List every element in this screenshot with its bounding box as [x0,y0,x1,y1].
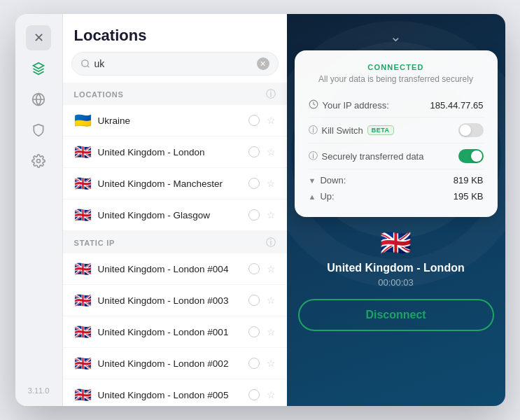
kill-switch-label: Kill Switch [322,125,363,136]
ip-icon [309,99,318,111]
radio-button[interactable] [248,146,260,158]
uk-flag: 🇬🇧 [74,260,91,277]
security-icon[interactable] [26,118,51,143]
secure-transfer-toggle[interactable] [458,149,484,163]
location-name: United Kingdom - London #004 [98,264,241,274]
radio-button[interactable] [248,389,260,400]
locations-panel: Locations ✕ LOCATIONS ⓘ 🇺🇦 Ukraine ☆ [63,14,287,406]
connection-status: CONNECTED [309,63,484,71]
search-input[interactable] [94,58,257,69]
list-item[interactable]: 🇬🇧 United Kingdom - Glasgow ☆ [63,200,287,231]
location-name: Ukraine [98,115,241,126]
panel-title: Locations [63,14,287,52]
up-label: Up: [320,191,334,202]
locations-section-label: LOCATIONS [74,90,124,99]
search-icon [80,59,90,69]
uk-flag: 🇬🇧 [74,144,91,160]
list-item[interactable]: 🇬🇧 United Kingdom - London #004 ☆ [63,253,287,285]
connected-flag: 🇬🇧 [327,228,464,258]
uk-flag: 🇬🇧 [74,175,91,192]
location-name: United Kingdom - London #002 [98,358,241,369]
list-item[interactable]: 🇬🇧 United Kingdom - London #001 ☆ [63,316,287,348]
down-value: 819 KB [454,175,484,186]
connected-location: 🇬🇧 United Kingdom - London 00:00:03 [327,228,464,288]
toggle-knob [471,150,482,162]
list-item[interactable]: 🇬🇧 United Kingdom - London #005 ☆ [63,379,287,406]
upload-row: ▲ Up: 195 KB [309,188,484,204]
favorite-icon[interactable]: ☆ [267,263,276,274]
static-ip-info-icon[interactable]: ⓘ [266,237,276,249]
radio-button[interactable] [248,295,260,306]
locations-list: LOCATIONS ⓘ 🇺🇦 Ukraine ☆ 🇬🇧 United Kingd… [63,83,287,406]
favorite-icon[interactable]: ☆ [267,209,276,220]
uk-flag: 🇬🇧 [74,323,91,340]
static-ip-section-header: STATIC IP ⓘ [63,231,287,253]
collapse-icon[interactable]: ⌄ [390,28,402,45]
search-bar: ✕ [71,52,279,76]
ukraine-flag: 🇺🇦 [74,112,91,129]
up-arrow-icon: ▲ [309,192,316,201]
down-label: Down: [320,175,346,186]
uk-flag: 🇬🇧 [74,292,91,309]
connection-timer: 00:00:03 [327,277,464,288]
radio-button[interactable] [248,209,260,220]
uk-flag: 🇬🇧 [74,206,91,223]
vpn-icon[interactable] [26,56,51,81]
radio-button[interactable] [248,178,260,189]
svg-point-2 [37,160,41,163]
kill-switch-toggle[interactable] [458,123,484,137]
uk-flag: 🇬🇧 [74,386,91,403]
toggle-knob [460,125,471,136]
location-name: United Kingdom - London #003 [98,295,241,306]
app-version: 3.11.0 [28,386,50,395]
vpn-panel: ⌄ CONNECTED All your data is being trans… [287,14,505,406]
radio-button[interactable] [248,263,260,274]
up-value: 195 KB [454,191,484,202]
radio-button[interactable] [248,358,260,369]
ip-label: Your IP address: [323,100,389,111]
list-item[interactable]: 🇬🇧 United Kingdom - London ☆ [63,136,287,168]
ip-value: 185.44.77.65 [430,100,484,111]
favorite-icon[interactable]: ☆ [267,358,276,369]
svg-line-4 [87,66,89,68]
transfer-stats: ▼ Down: 819 KB ▲ Up: 195 KB [309,169,484,204]
search-clear-button[interactable]: ✕ [257,57,269,70]
secure-transfer-row: ⓘ Securely transferred data [309,144,484,169]
svg-point-3 [81,60,87,66]
secure-transfer-icon: ⓘ [309,150,318,162]
location-name: United Kingdom - London #001 [98,327,241,337]
kill-switch-icon: ⓘ [309,124,318,136]
location-name: United Kingdom - London #005 [98,390,241,400]
kill-switch-row: ⓘ Kill Switch BETA [309,118,484,144]
location-name: United Kingdom - Glasgow [98,210,241,220]
close-icon[interactable]: ✕ [26,25,51,50]
location-name: United Kingdom - Manchester [98,178,241,189]
disconnect-button[interactable]: Disconnect [298,299,494,331]
favorite-icon[interactable]: ☆ [267,326,276,337]
secure-transfer-label: Securely transferred data [322,151,424,162]
secure-transfer-text: All your data is being transferred secur… [309,74,484,84]
connected-location-name: United Kingdom - London [327,262,464,274]
sidebar: ✕ 3.11.0 [15,14,63,406]
list-item[interactable]: 🇺🇦 Ukraine ☆ [63,105,287,136]
beta-badge: BETA [367,125,394,135]
app-container: ✕ 3.11.0 [15,14,505,406]
static-ip-section-label: STATIC IP [74,239,115,247]
radio-button[interactable] [248,115,260,126]
list-item[interactable]: 🇬🇧 United Kingdom - Manchester ☆ [63,168,287,200]
uk-flag: 🇬🇧 [74,355,91,372]
radio-button[interactable] [248,326,260,337]
down-arrow-icon: ▼ [309,176,316,185]
locations-section-header: LOCATIONS ⓘ [63,83,287,105]
favorite-icon[interactable]: ☆ [267,295,276,306]
favorite-icon[interactable]: ☆ [267,389,276,400]
globe-icon[interactable] [26,87,51,112]
ip-address-row: Your IP address: 185.44.77.65 [309,94,484,118]
settings-icon[interactable] [26,148,51,174]
list-item[interactable]: 🇬🇧 United Kingdom - London #002 ☆ [63,348,287,379]
status-card: CONNECTED All your data is being transfe… [295,50,498,217]
list-item[interactable]: 🇬🇧 United Kingdom - London #003 ☆ [63,285,287,316]
location-name: United Kingdom - London [98,147,241,158]
download-row: ▼ Down: 819 KB [309,172,484,188]
